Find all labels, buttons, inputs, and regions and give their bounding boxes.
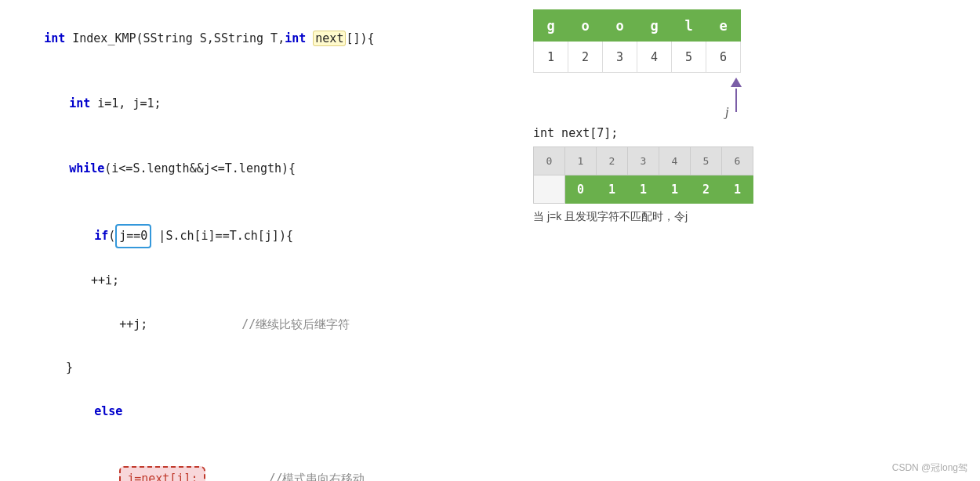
keyword-int-2: int xyxy=(285,31,306,45)
code-text: ++j; xyxy=(119,317,147,331)
google-letter-cell: l xyxy=(672,10,706,42)
google-table: google 123456 xyxy=(533,9,741,73)
next-value-row: 011121 xyxy=(534,175,753,204)
code-text: (i<=S.length&&j<=T.length){ xyxy=(104,161,296,175)
code-line-2: int i=1, j=1; xyxy=(16,71,502,136)
next-index-cell: 3 xyxy=(628,147,659,175)
google-number-cell: 4 xyxy=(637,42,672,73)
code-line-3: while(i<=S.length&&j<=T.length){ xyxy=(16,137,502,202)
code-text: []){ xyxy=(346,31,374,45)
next-index-cell: 4 xyxy=(659,147,691,175)
google-letters-row: google xyxy=(534,10,741,42)
keyword-int-3: int xyxy=(69,96,90,110)
google-number-cell: 1 xyxy=(534,42,568,73)
highlight-j-next: j=next[j]; xyxy=(119,466,205,481)
keyword-int-1: int xyxy=(44,31,65,45)
next-value-cell: 0 xyxy=(565,175,597,204)
google-number-cell: 2 xyxy=(568,42,603,73)
comment-1: //继续比较后继字符 xyxy=(147,317,350,331)
code-line-5: ++i; xyxy=(16,270,502,292)
google-letter-cell: o xyxy=(568,10,603,42)
csdn-watermark: CSDN @冠long驾 xyxy=(892,461,967,475)
google-number-cell: 3 xyxy=(603,42,637,73)
arrow-head-icon xyxy=(731,78,742,87)
highlight-next: next xyxy=(313,31,346,46)
code-line-4: if(j==0 |S.ch[i]==T.ch[j]){ xyxy=(16,202,502,270)
arrow-container: j xyxy=(536,78,771,118)
code-text: |S.ch[i]==T.ch[j]){ xyxy=(151,229,293,243)
google-letter-cell: e xyxy=(706,10,741,42)
code-line-8: else xyxy=(16,379,502,444)
next-index-cell: 2 xyxy=(597,147,628,175)
next-index-cell: 0 xyxy=(534,147,565,175)
google-letter-cell: o xyxy=(603,10,637,42)
highlight-j-eq-0: j==0 xyxy=(115,224,151,249)
next-index-row: 0123456 xyxy=(534,147,753,175)
code-line-9: j=next[j];//模式串向右移动 xyxy=(16,444,502,481)
next-value-cell: 1 xyxy=(628,175,659,204)
code-panel: int Index_KMP(SString S,SString T,int ne… xyxy=(0,0,517,481)
next-index-cell: 5 xyxy=(691,147,722,175)
next-value-cell xyxy=(534,175,565,204)
code-text: Index_KMP(SString S,SString T, xyxy=(65,31,285,45)
next-value-cell: 2 xyxy=(691,175,722,204)
keyword-else-1: else xyxy=(94,404,122,418)
next-value-cell: 1 xyxy=(659,175,691,204)
google-numbers-row: 123456 xyxy=(534,42,741,73)
code-line-6: ++j;//继续比较后继字符 xyxy=(16,292,502,357)
next-value-cell: 1 xyxy=(597,175,628,204)
keyword-while: while xyxy=(69,161,104,175)
google-number-cell: 5 xyxy=(672,42,706,73)
comment-2: //模式串向右移动 xyxy=(205,472,365,481)
next-declaration: int next[7]; xyxy=(533,126,964,140)
arrow-shaft xyxy=(735,89,737,112)
next-index-cell: 6 xyxy=(722,147,753,175)
next-table: 0123456 011121 xyxy=(533,146,753,204)
next-value-cell: 1 xyxy=(722,175,753,204)
bottom-text: 当 j=k 且发现字符不匹配时，令j xyxy=(533,210,964,224)
keyword-if: if xyxy=(94,229,108,243)
code-text: i=1, j=1; xyxy=(90,96,161,110)
google-letter-cell: g xyxy=(637,10,672,42)
code-line-7: } xyxy=(16,357,502,379)
arrow-up xyxy=(731,78,742,112)
right-panel: google 123456 j int next[7]; 0123456 011… xyxy=(517,0,980,481)
google-letter-cell: g xyxy=(534,10,568,42)
google-number-cell: 6 xyxy=(706,42,741,73)
next-index-cell: 1 xyxy=(565,147,597,175)
j-label: j xyxy=(725,104,729,120)
code-line-1: int Index_KMP(SString S,SString T,int ne… xyxy=(16,6,502,71)
